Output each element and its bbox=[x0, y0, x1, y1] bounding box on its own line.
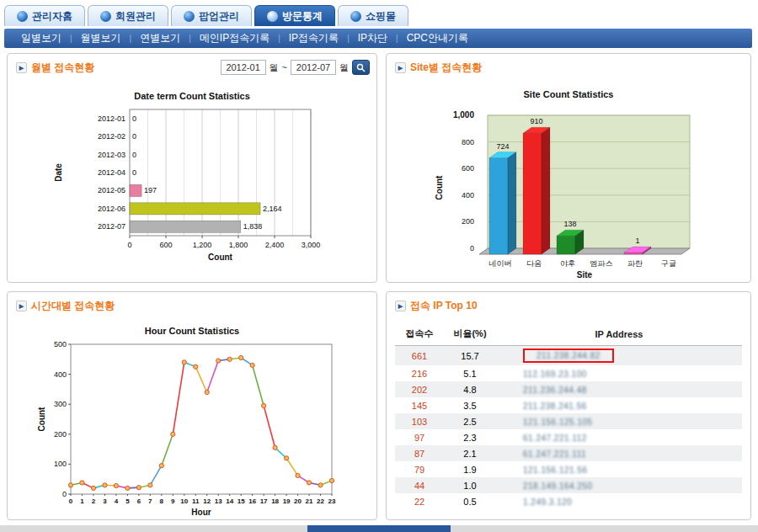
chart-text: 2,400 bbox=[265, 241, 285, 249]
chart-text: Date bbox=[54, 163, 63, 182]
ratio-cell: 2.5 bbox=[444, 413, 496, 429]
data-marker bbox=[250, 363, 254, 367]
count-cell: 103 bbox=[395, 413, 444, 429]
subnav-item-IP접속기록[interactable]: IP접속기록 bbox=[280, 31, 347, 45]
chart-text: 1,000 bbox=[453, 110, 474, 120]
table-row: 1453.5211.238.241.56 bbox=[395, 397, 742, 413]
chart-text: 400 bbox=[54, 370, 67, 379]
ratio-cell: 2.1 bbox=[444, 445, 496, 461]
ip-cell: 218.149.164.250 bbox=[496, 477, 742, 493]
bar-front bbox=[523, 133, 542, 254]
subnav-item-일별보기[interactable]: 일별보기 bbox=[13, 31, 70, 45]
chart-text: 야후 bbox=[560, 259, 575, 268]
bar bbox=[130, 203, 260, 215]
subnav-item-월별보기[interactable]: 월별보기 bbox=[72, 31, 130, 45]
tab-bar: 관리자홈회원관리팝업관리방문통계쇼핑몰 bbox=[4, 5, 408, 26]
ip-cell: 211.238.241.56 bbox=[496, 397, 742, 413]
chart-text: Site bbox=[577, 270, 593, 279]
data-marker bbox=[148, 483, 152, 487]
chart-text: 0 bbox=[132, 132, 136, 141]
chart-text: 2,164 bbox=[263, 205, 282, 213]
site-chart: 02004006008001,000네이버724다음910야후138엠파스파란1… bbox=[430, 101, 708, 280]
ip-cell: 112.169.23.100 bbox=[496, 365, 742, 381]
subnav-item-메인IP접속기록[interactable]: 메인IP접속기록 bbox=[191, 31, 278, 45]
table-row: 220.51.249.3.120 bbox=[395, 493, 742, 509]
chart-text: 다음 bbox=[526, 259, 542, 268]
chart-text: 5 bbox=[125, 497, 130, 505]
ratio-cell: 4.8 bbox=[444, 381, 496, 397]
tab-팝업관리[interactable]: 팝업관리 bbox=[171, 5, 252, 26]
month-label-to: 월 bbox=[339, 61, 349, 74]
bar-front bbox=[557, 236, 575, 254]
ip-address: 61.247.221.111 bbox=[523, 450, 586, 459]
chart-text: 16 bbox=[248, 497, 256, 505]
data-marker bbox=[91, 486, 95, 490]
tab-관리자홈[interactable]: 관리자홈 bbox=[4, 5, 85, 26]
ratio-cell: 1.9 bbox=[444, 461, 496, 477]
date-range-controls: 월 ~ 월 bbox=[221, 60, 370, 75]
column-header: IP Address bbox=[496, 322, 742, 346]
panel-title-text: 접속 IP Top 10 bbox=[410, 299, 478, 313]
chart-text: 910 bbox=[530, 117, 542, 125]
chart-title-date-term: Date term Count Statistics bbox=[8, 91, 376, 101]
highlight-box: 211.238.244.82 bbox=[523, 348, 614, 363]
data-marker bbox=[239, 355, 243, 359]
chart-text: 500 bbox=[54, 340, 67, 348]
tab-icon bbox=[184, 11, 195, 22]
data-marker bbox=[80, 481, 84, 485]
chart-text: 2012-07 bbox=[98, 222, 125, 231]
chart-text: 138 bbox=[563, 220, 576, 228]
date-to-input[interactable] bbox=[291, 60, 336, 75]
count-cell: 145 bbox=[395, 397, 444, 413]
chart-text: 23 bbox=[328, 497, 336, 505]
data-marker bbox=[159, 464, 163, 468]
chart-text: 1 bbox=[635, 237, 639, 245]
bullet-icon: ▶ bbox=[395, 301, 406, 311]
chart-text: Count bbox=[208, 253, 233, 262]
count-cell: 661 bbox=[395, 346, 444, 366]
subnav-item-CPC안내기록[interactable]: CPC안내기록 bbox=[398, 31, 477, 45]
tab-회원관리[interactable]: 회원관리 bbox=[88, 5, 168, 26]
ip-cell: 211.236.244.48 bbox=[496, 381, 742, 397]
count-cell: 22 bbox=[395, 493, 444, 509]
tab-쇼핑몰[interactable]: 쇼핑몰 bbox=[338, 5, 408, 26]
chart-title-site: Site Count Statistics bbox=[387, 89, 750, 99]
chart-text: 200 bbox=[462, 217, 474, 226]
data-marker bbox=[227, 357, 232, 361]
bar-front bbox=[489, 158, 508, 254]
tab-방문통계[interactable]: 방문통계 bbox=[254, 5, 335, 26]
ip-cell: 121.156.125.105 bbox=[496, 413, 742, 429]
subnav-item-IP차단[interactable]: IP차단 bbox=[350, 31, 396, 45]
data-marker bbox=[114, 483, 118, 487]
table-row: 1032.5121.156.125.105 bbox=[395, 413, 742, 429]
plot-border bbox=[71, 344, 332, 494]
chart-text: 2012-04 bbox=[98, 168, 125, 177]
tab-label: 회원관리 bbox=[115, 9, 156, 24]
chart-text: 0 bbox=[132, 114, 136, 123]
chart-text: 724 bbox=[496, 142, 509, 151]
search-button[interactable] bbox=[352, 60, 370, 75]
chart-text: 14 bbox=[226, 497, 233, 505]
ip-address: 121.156.125.105 bbox=[523, 418, 593, 427]
ip-top10-table: 접속수비율(%)IP Address 66115.7211.238.244.82… bbox=[395, 322, 742, 509]
data-marker bbox=[136, 486, 141, 490]
data-marker bbox=[284, 456, 288, 460]
chart-text: 0 bbox=[62, 490, 67, 498]
table-row: 2165.1112.169.23.100 bbox=[395, 365, 742, 381]
footer-accent bbox=[307, 525, 451, 532]
table-row: 972.361.247.221.112 bbox=[395, 429, 742, 445]
subnav-item-연별보기[interactable]: 연별보기 bbox=[131, 31, 189, 45]
chart-text: 800 bbox=[462, 138, 474, 146]
ip-address: 1.249.3.120 bbox=[523, 497, 572, 507]
column-header: 비율(%) bbox=[444, 322, 496, 346]
ip-address: 211.238.244.82 bbox=[536, 351, 601, 360]
chart-text: 2012-01 bbox=[98, 114, 125, 123]
table-row: 872.161.247.221.111 bbox=[395, 445, 742, 461]
date-from-input[interactable] bbox=[221, 60, 266, 75]
table-row: 2024.8211.236.244.48 bbox=[395, 381, 742, 397]
ratio-cell: 0.5 bbox=[444, 493, 496, 509]
panel-title-text: 시간대별 접속현황 bbox=[31, 299, 115, 313]
bullet-icon: ▶ bbox=[16, 62, 27, 73]
data-marker bbox=[171, 432, 175, 436]
bar bbox=[130, 184, 141, 196]
